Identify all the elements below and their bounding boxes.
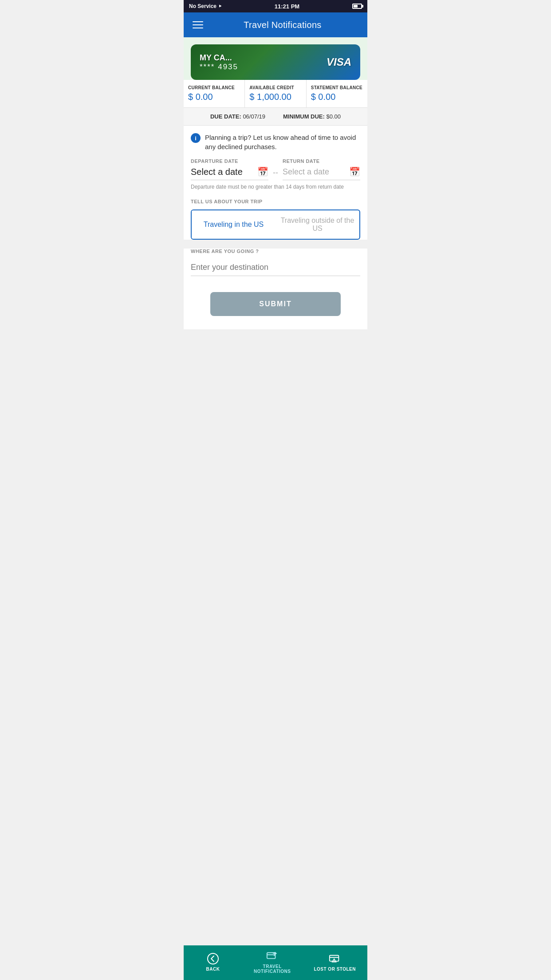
info-banner: i Planning a trip? Let us know ahead of … — [184, 126, 367, 158]
minimum-due-item: MINIMUM DUE: $0.00 — [283, 113, 341, 120]
available-credit-label: AVAILABLE CREDIT — [249, 85, 301, 90]
card-name: MY CA... — [200, 53, 238, 63]
statement-balance-amount: $ 0.00 — [311, 92, 363, 102]
minimum-due-value: $0.00 — [327, 113, 341, 120]
submit-button[interactable]: SUBMIT — [210, 292, 341, 316]
available-credit: AVAILABLE CREDIT $ 1,000.00 — [245, 80, 306, 107]
statement-balance: STATEMENT BALANCE $ 0.00 — [307, 80, 367, 107]
minimum-due-label: MINIMUM DUE: — [283, 113, 325, 120]
status-time: 11:21 PM — [275, 3, 299, 10]
submit-area: SUBMIT — [184, 283, 367, 329]
destination-input[interactable] — [191, 259, 360, 276]
no-service-text: No Service — [189, 3, 216, 9]
current-balance-amount: $ 0.00 — [188, 92, 240, 102]
current-balance-label: CURRENT BALANCE — [188, 85, 240, 90]
travel-form: DEPARTURE DATE Select a date 📅 -- RETURN… — [184, 158, 367, 240]
hamburger-menu[interactable] — [191, 20, 205, 30]
departure-calendar-icon[interactable]: 📅 — [257, 166, 268, 177]
card-display[interactable]: MY CA... **** 4935 VISA — [191, 44, 360, 80]
status-bar: No Service ‣️ 11:21 PM — [184, 0, 367, 12]
card-name-number: MY CA... **** 4935 — [200, 53, 238, 71]
destination-label: WHERE ARE YOU GOING ? — [191, 249, 360, 254]
departure-date-group: DEPARTURE DATE Select a date 📅 — [191, 158, 268, 180]
card-carousel: MY CA... **** 4935 VISA — [184, 37, 367, 80]
trip-toggle: Traveling in the US Traveling outside of… — [191, 209, 360, 240]
date-hint: Departure date must be no greater than 1… — [191, 184, 360, 190]
return-date-label: RETURN DATE — [283, 158, 360, 164]
return-calendar-icon[interactable]: 📅 — [349, 166, 360, 177]
date-separator: -- — [273, 168, 278, 178]
app-header: Travel Notifications — [184, 12, 367, 37]
travel-outside-us-button[interactable]: Traveling outside of the US — [276, 210, 359, 239]
travel-in-us-button[interactable]: Traveling in the US — [192, 210, 276, 239]
current-balance: CURRENT BALANCE $ 0.00 — [184, 80, 245, 107]
date-row: DEPARTURE DATE Select a date 📅 -- RETURN… — [191, 158, 360, 180]
due-date-bar: DUE DATE: 06/07/19 MINIMUM DUE: $0.00 — [184, 108, 367, 126]
card-brand: VISA — [327, 56, 351, 68]
statement-balance-label: STATEMENT BALANCE — [311, 85, 363, 90]
available-credit-amount: $ 1,000.00 — [249, 92, 301, 102]
destination-section: WHERE ARE YOU GOING ? — [184, 249, 367, 283]
info-icon: i — [191, 133, 201, 143]
departure-date-label: DEPARTURE DATE — [191, 158, 268, 164]
due-date-value: 06/07/19 — [243, 113, 265, 120]
card-number: **** 4935 — [200, 63, 238, 71]
trip-section-label: TELL US ABOUT YOUR TRIP — [191, 199, 360, 204]
due-date-item: DUE DATE: 06/07/19 — [210, 113, 265, 120]
due-date-label: DUE DATE: — [210, 113, 241, 120]
departure-date-input[interactable]: Select a date 📅 — [191, 166, 268, 180]
battery-icon — [352, 4, 362, 9]
return-date-input[interactable]: Select a date 📅 — [283, 166, 360, 180]
departure-date-value: Select a date — [191, 167, 255, 177]
return-date-value: Select a date — [283, 167, 346, 177]
wifi-icon: ‣️ — [218, 3, 222, 10]
status-left: No Service ‣️ — [189, 3, 222, 10]
balance-row: CURRENT BALANCE $ 0.00 AVAILABLE CREDIT … — [184, 80, 367, 108]
status-right — [352, 4, 362, 9]
page-title: Travel Notifications — [205, 20, 360, 30]
return-date-group: RETURN DATE Select a date 📅 — [283, 158, 360, 180]
info-banner-text: Planning a trip? Let us know ahead of ti… — [205, 133, 360, 151]
